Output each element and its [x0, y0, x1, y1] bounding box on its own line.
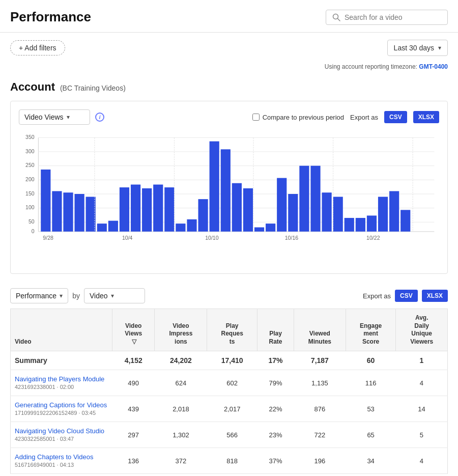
svg-rect-38: [254, 228, 264, 232]
video-title-link[interactable]: Generating Captions for Videos: [15, 401, 108, 409]
video-cell: Navigating Video Cloud Studio 4230322585…: [11, 422, 112, 448]
svg-text:50: 50: [28, 219, 35, 225]
video-cell: Adding Chapters to Videos 5167166949001 …: [11, 448, 112, 474]
svg-rect-19: [41, 170, 50, 232]
row-unique: 4: [396, 448, 448, 474]
video-id: 17109991922206152489 · 03:45: [15, 410, 96, 416]
search-icon: [332, 13, 340, 21]
summary-row: Summary 4,152 24,202 17,410 17% 7,187 60…: [11, 351, 448, 370]
csv-export-button[interactable]: CSV: [384, 111, 407, 123]
svg-text:10/4: 10/4: [122, 236, 133, 241]
video-cell: Generating Captions for Videos 171099919…: [11, 396, 112, 422]
bar-chart: 350 300 250 200 150 100 50 0: [19, 133, 439, 265]
svg-rect-27: [131, 185, 140, 232]
svg-text:250: 250: [25, 163, 35, 169]
table-csv-button[interactable]: CSV: [395, 290, 418, 302]
row-impressions: 624: [155, 370, 207, 396]
svg-rect-26: [120, 187, 129, 232]
svg-rect-51: [400, 210, 410, 231]
timezone-link[interactable]: GMT-0400: [419, 63, 448, 70]
svg-text:10/22: 10/22: [366, 236, 380, 241]
table-row: Adding Chapters to Videos 5167166949001 …: [11, 448, 448, 474]
metric-dropdown[interactable]: Video Views ▾: [19, 109, 90, 125]
account-title: Account: [10, 80, 55, 93]
search-input[interactable]: [345, 13, 441, 21]
row-impressions: 1,302: [155, 422, 207, 448]
chart-svg: 350 300 250 200 150 100 50 0: [19, 133, 439, 255]
row-play-rate: 79%: [257, 370, 294, 396]
row-play-rate: 37%: [257, 448, 294, 474]
row-views: 490: [112, 370, 155, 396]
export-label: Export as: [350, 114, 378, 121]
chart-toolbar: Video Views ▾ i Compare to previous peri…: [19, 109, 439, 125]
video-chevron-icon: ▾: [111, 292, 114, 299]
timezone-row: Using account reporting timezone: GMT-04…: [0, 63, 458, 75]
svg-rect-42: [299, 166, 309, 232]
table-row: Navigating the Players Module 4231692338…: [11, 370, 448, 396]
svg-rect-47: [356, 218, 365, 232]
video-title-link[interactable]: Adding Chapters to Videos: [15, 453, 108, 461]
col-unique: Avg.DailyUniqueViewers: [396, 309, 448, 351]
col-play-rate: PlayRate: [257, 309, 294, 351]
svg-rect-32: [187, 219, 196, 232]
video-group-dropdown[interactable]: Video ▾: [84, 288, 145, 303]
summary-requests: 17,410: [207, 351, 257, 370]
account-section: Account (BC Training Videos): [0, 75, 458, 94]
row-impressions: 372: [155, 448, 207, 474]
video-title-link[interactable]: Navigating Video Cloud Studio: [15, 427, 108, 435]
svg-text:100: 100: [25, 205, 35, 211]
date-range-dropdown[interactable]: Last 30 days ▾: [387, 40, 448, 56]
performance-dropdown[interactable]: Performance ▾: [10, 288, 68, 303]
svg-rect-22: [74, 194, 84, 232]
video-title-link[interactable]: Navigating the Players Module: [15, 375, 108, 383]
table-toolbar-right: Export as CSV XLSX: [363, 290, 448, 302]
col-requests: PlayRequests: [207, 309, 257, 351]
header: Performance: [0, 0, 458, 33]
svg-rect-49: [378, 197, 388, 232]
info-icon[interactable]: i: [95, 113, 104, 122]
svg-text:9/28: 9/28: [43, 236, 53, 241]
table-header-row: Video VideoViews▽ VideoImpressions PlayR…: [11, 309, 448, 351]
svg-rect-33: [198, 199, 208, 232]
col-minutes: ViewedMinutes: [294, 309, 346, 351]
summary-unique: 1: [396, 351, 448, 370]
row-requests: 566: [207, 422, 257, 448]
svg-line-1: [338, 18, 340, 21]
row-unique: 4: [396, 370, 448, 396]
table-toolbar: Performance ▾ by Video ▾ Export as CSV X…: [10, 281, 448, 309]
row-requests: 2,017: [207, 396, 257, 422]
row-views: 439: [112, 396, 155, 422]
perf-chevron-icon: ▾: [60, 292, 63, 299]
toolbar: + Add filters Last 30 days ▾: [0, 33, 458, 63]
xlsx-export-button[interactable]: XLSX: [413, 111, 439, 123]
row-minutes: 876: [294, 396, 346, 422]
svg-rect-46: [345, 218, 354, 232]
chevron-down-icon: ▾: [438, 44, 441, 51]
metric-chevron-icon: ▾: [67, 114, 70, 121]
compare-checkbox-label[interactable]: Compare to previous period: [252, 114, 344, 121]
page-title: Performance: [10, 9, 91, 25]
summary-label: Summary: [11, 351, 112, 370]
row-minutes: 722: [294, 422, 346, 448]
summary-views: 4,152: [112, 351, 155, 370]
search-box[interactable]: [326, 10, 448, 25]
row-views: 136: [112, 448, 155, 474]
table-xlsx-button[interactable]: XLSX: [422, 290, 448, 302]
svg-text:10/10: 10/10: [205, 236, 219, 241]
chart-toolbar-left: Video Views ▾ i: [19, 109, 104, 125]
account-name: (BC Training Videos): [60, 84, 126, 92]
compare-checkbox[interactable]: [252, 114, 260, 121]
row-play-rate: 23%: [257, 422, 294, 448]
svg-rect-40: [277, 178, 287, 232]
svg-rect-50: [389, 191, 399, 231]
chart-toolbar-right: Compare to previous period Export as CSV…: [252, 111, 439, 123]
svg-text:150: 150: [25, 191, 35, 197]
svg-rect-37: [243, 188, 253, 232]
table-row: Navigating Video Cloud Studio 4230322585…: [11, 422, 448, 448]
svg-rect-39: [266, 223, 275, 232]
summary-engagement: 60: [346, 351, 396, 370]
row-minutes: 1,135: [294, 370, 346, 396]
add-filters-button[interactable]: + Add filters: [10, 40, 65, 55]
svg-text:350: 350: [25, 134, 35, 140]
col-views[interactable]: VideoViews▽: [112, 309, 155, 351]
